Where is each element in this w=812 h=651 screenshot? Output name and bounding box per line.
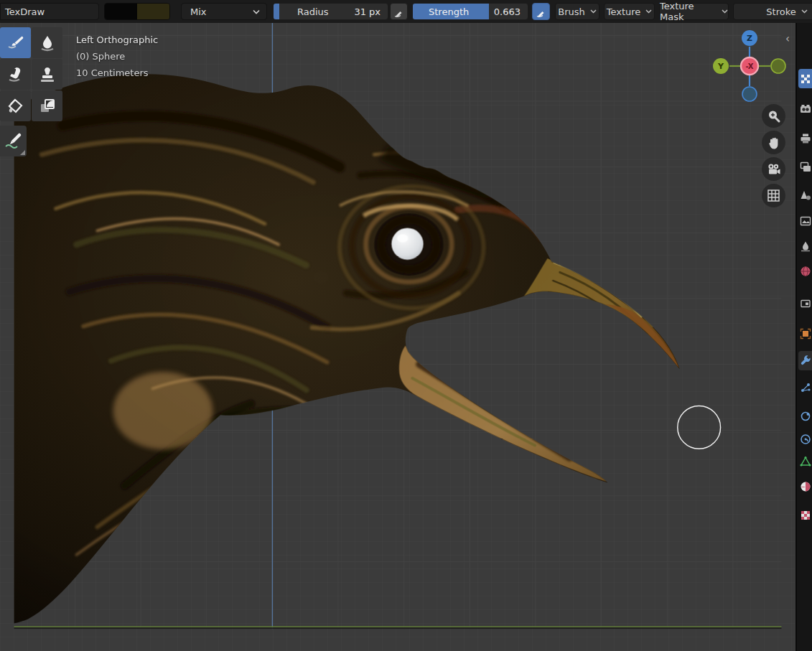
object-square-icon xyxy=(800,328,811,339)
properties-tab-material[interactable] xyxy=(798,477,812,496)
gizmo-center-label: -X xyxy=(745,62,753,70)
view-name: Left Orthographic xyxy=(76,32,158,48)
radius-slider[interactable]: Radius 31 px xyxy=(273,3,388,20)
magnifier-plus-icon xyxy=(767,109,781,123)
brush-color-swatches[interactable] xyxy=(104,3,170,20)
viewport-overlay-text: Left Orthographic (0) Sphere 10 Centimet… xyxy=(76,32,158,81)
tool-clone[interactable] xyxy=(32,59,62,90)
texture-popover-label: Texture xyxy=(607,6,641,17)
water-drop-icon xyxy=(39,34,56,52)
tool-fill[interactable] xyxy=(0,90,31,121)
brush-name-field[interactable]: TexDraw xyxy=(0,3,99,20)
strength-label: Strength xyxy=(429,6,469,17)
tool-smear[interactable] xyxy=(0,59,31,90)
properties-tab-collection[interactable] xyxy=(798,293,812,312)
camera-view-button[interactable] xyxy=(762,157,785,181)
wrench-icon xyxy=(800,355,812,367)
physics-orbit-icon xyxy=(800,411,811,422)
gizmo-z-label: Z xyxy=(747,34,752,43)
properties-tab-modifiers[interactable] xyxy=(798,351,812,370)
mask-squares-icon xyxy=(39,98,56,115)
projection-toggle-button[interactable] xyxy=(762,184,785,207)
properties-tab-render[interactable] xyxy=(798,99,812,118)
stylus-pressure-icon xyxy=(536,6,546,17)
chevron-down-icon xyxy=(801,9,808,14)
chevron-down-icon xyxy=(645,9,652,14)
texture-mask-popover-button[interactable]: Texture Mask xyxy=(659,3,729,20)
properties-tab-images[interactable] xyxy=(798,211,812,230)
annotate-pen-icon xyxy=(4,131,23,151)
tool-draw[interactable] xyxy=(0,27,31,58)
strength-pressure-toggle[interactable] xyxy=(532,3,550,20)
properties-tab-scene[interactable] xyxy=(798,185,812,205)
strength-slider[interactable]: Strength 0.663 xyxy=(412,3,528,20)
properties-tab-view-layer[interactable] xyxy=(798,157,812,177)
properties-tab-droplet[interactable] xyxy=(798,236,812,256)
stylus-pressure-icon xyxy=(393,6,404,17)
stroke-popover-button[interactable]: Stroke xyxy=(733,3,812,20)
object-info: (0) Sphere xyxy=(76,48,158,65)
properties-tab-constraints[interactable] xyxy=(798,429,812,449)
chevron-down-icon xyxy=(590,9,597,14)
paint-bucket-icon xyxy=(6,97,25,116)
properties-tab-physics[interactable] xyxy=(798,406,812,426)
blender-window: TexDraw Mix Radius 31 px Strength 0.663 xyxy=(0,0,812,651)
smear-finger-icon xyxy=(6,65,25,84)
toolbar xyxy=(0,27,63,122)
grid-icon xyxy=(767,189,780,202)
gizmo-z-neg-axis[interactable] xyxy=(742,87,757,101)
brush-popover-button[interactable]: Brush xyxy=(555,3,599,20)
properties-tab-particles[interactable] xyxy=(798,378,812,397)
stamp-icon xyxy=(39,65,56,84)
painted-creature xyxy=(14,23,782,629)
secondary-color-swatch[interactable] xyxy=(137,4,169,19)
radius-label: Radius xyxy=(297,6,329,17)
material-sphere-icon xyxy=(800,481,811,492)
spiral-icon xyxy=(800,434,811,445)
movie-camera-icon xyxy=(766,162,781,177)
droplet-icon xyxy=(800,240,811,252)
tool-annotate[interactable] xyxy=(0,126,27,156)
viewport-bottom-edge xyxy=(14,627,782,629)
collection-box-icon xyxy=(800,297,811,309)
tool-soften[interactable] xyxy=(32,27,62,58)
stacked-images-icon xyxy=(800,161,811,173)
printer-icon xyxy=(800,133,811,144)
photo-icon xyxy=(800,215,811,227)
tool-mask[interactable] xyxy=(32,90,62,121)
radius-value: 31 px xyxy=(354,6,381,17)
properties-tab-output[interactable] xyxy=(798,128,812,148)
axis-gizmo[interactable]: Z Y -X xyxy=(709,29,790,103)
mesh-data-icon xyxy=(800,456,811,467)
blend-mode-dropdown[interactable]: Mix xyxy=(181,3,267,20)
camera-back-icon xyxy=(800,103,811,115)
viewport-3d[interactable]: Left Orthographic (0) Sphere 10 Centimet… xyxy=(0,23,795,651)
sphere-eye xyxy=(391,228,423,260)
properties-tab-strip xyxy=(795,23,812,651)
viewport-nav-controls xyxy=(762,104,786,210)
brush-popover-label: Brush xyxy=(558,6,585,17)
texture-popover-button[interactable]: Texture xyxy=(604,3,655,20)
paint-header: TexDraw Mix Radius 31 px Strength 0.663 xyxy=(0,0,812,23)
properties-tab-object-data[interactable] xyxy=(798,451,812,471)
viewport-canvas[interactable] xyxy=(0,23,795,651)
sidebar-collapse-arrow[interactable]: ‹ xyxy=(785,34,790,45)
properties-tab-world[interactable] xyxy=(798,261,812,281)
properties-tab-texture[interactable] xyxy=(798,505,812,525)
tool-tab-icon xyxy=(800,73,811,85)
pan-button[interactable] xyxy=(762,131,785,154)
cone-sphere-icon xyxy=(800,189,811,201)
texture-mask-popover-label: Texture Mask xyxy=(660,1,717,22)
properties-tab-object[interactable] xyxy=(798,324,812,343)
radius-slider-fill xyxy=(274,4,279,19)
checkerboard-icon xyxy=(800,510,811,521)
gizmo-y-label: Y xyxy=(717,62,724,71)
radius-pressure-toggle[interactable] xyxy=(390,3,408,20)
particles-icon xyxy=(800,382,811,393)
properties-tab-tool[interactable] xyxy=(798,69,812,88)
grid-scale: 10 Centimeters xyxy=(76,65,158,81)
chevron-down-icon xyxy=(253,9,260,14)
primary-color-swatch[interactable] xyxy=(105,4,137,19)
zoom-button[interactable] xyxy=(762,104,785,128)
gizmo-y-neg-axis[interactable] xyxy=(771,59,785,73)
